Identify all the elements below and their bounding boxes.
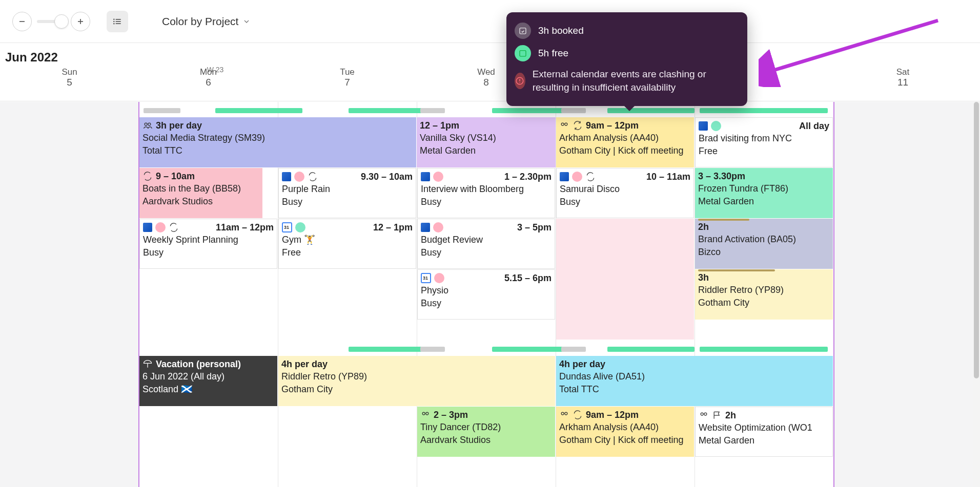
svg-point-10 <box>148 123 151 125</box>
svg-point-15 <box>426 412 428 415</box>
color-by-dropdown[interactable]: Color by Project <box>162 15 251 28</box>
event-riddler-retro-fri[interactable]: 3h Riddler Retro (YP89) Gotham City <box>695 269 833 320</box>
event-social-media-strategy[interactable]: 3h per day Social Media Strategy (SM39) … <box>139 117 416 167</box>
zoom-out-button[interactable] <box>12 12 32 31</box>
svg-point-7 <box>113 20 115 22</box>
svg-point-17 <box>565 412 567 415</box>
event-website-optimization[interactable]: 2h Website Optimization (WO1 Metal Garde… <box>695 407 833 457</box>
plus-icon <box>75 16 86 27</box>
day-header-tue[interactable]: Tue7 <box>278 66 417 101</box>
day-header-sun[interactable]: Sun5 <box>0 66 139 101</box>
annotation-arrow <box>759 15 943 87</box>
svg-point-6 <box>113 18 115 20</box>
google-calendar-icon <box>282 222 292 232</box>
status-dot-free <box>711 121 721 131</box>
event-brand-activation[interactable]: 2h Brand Activation (BA05) Bizco <box>695 219 833 269</box>
svg-point-16 <box>561 412 564 415</box>
month-label: Jun 2022 <box>5 50 58 65</box>
status-dot-busy <box>434 273 444 283</box>
repeat-icon <box>308 172 318 182</box>
status-dot-busy <box>572 172 582 182</box>
svg-rect-21 <box>520 51 526 56</box>
event-arkham-analysis-2[interactable]: 9am – 12pm Arkham Analysis (AA40) Gotham… <box>556 407 694 457</box>
event-vanilla-sky[interactable]: 12 – 1pm Vanilla Sky (VS14) Metal Garden <box>417 117 556 167</box>
svg-rect-20 <box>520 28 526 34</box>
svg-point-19 <box>704 413 707 415</box>
status-dot-busy <box>294 172 304 182</box>
svg-line-25 <box>769 20 938 72</box>
people-icon <box>142 120 153 131</box>
event-riddler-retro-week[interactable]: 4h per day Riddler Retro (YP89) Gotham C… <box>278 356 555 406</box>
repeat-icon <box>573 120 583 131</box>
outlook-icon <box>560 172 569 181</box>
event-tiny-dancer[interactable]: 2 – 3pm Tiny Dancer (TD82) Aardvark Stud… <box>417 407 555 457</box>
event-arkham-analysis[interactable]: 9am – 12pm Arkham Analysis (AA40) Gotham… <box>556 117 694 167</box>
event-purple-rain[interactable]: 9.30 – 10am Purple Rain Busy <box>278 168 416 218</box>
calendar-grid[interactable]: 3h per day Social Media Strategy (SM39) … <box>0 102 980 487</box>
repeat-icon <box>142 171 153 181</box>
svg-point-12 <box>565 123 567 125</box>
scrollbar-thumb[interactable] <box>974 102 979 378</box>
event-samurai-disco[interactable]: 10 – 11am Samurai Disco Busy <box>556 168 694 218</box>
svg-point-14 <box>422 412 425 415</box>
week-line-right <box>833 102 834 487</box>
repeat-icon <box>585 172 596 182</box>
svg-point-9 <box>145 123 147 125</box>
outlook-icon <box>699 121 708 131</box>
vertical-scrollbar[interactable] <box>973 102 980 487</box>
event-frozen-tundra[interactable]: 3 – 3.30pm Frozen Tundra (FT86) Metal Ga… <box>695 168 833 218</box>
outlook-icon <box>421 172 430 181</box>
list-view-toggle[interactable] <box>107 11 128 32</box>
minus-icon <box>17 16 27 27</box>
zoom-slider-knob[interactable] <box>54 14 69 29</box>
avail-bar <box>144 108 180 113</box>
event-boats-in-bay[interactable]: 9 – 10am Boats in the Bay (BB58) Aardvar… <box>139 168 262 218</box>
tooltip-warning: External calendar events are clashing or… <box>533 68 739 94</box>
warning-icon <box>515 73 525 89</box>
zoom-slider[interactable] <box>37 20 66 23</box>
status-dot-busy <box>155 222 166 232</box>
outlook-icon <box>421 223 430 232</box>
day-header-mon[interactable]: Mon6 <box>139 66 278 101</box>
people-icon <box>699 410 709 420</box>
svg-point-18 <box>701 413 703 415</box>
svg-point-24 <box>520 82 521 83</box>
event-physio[interactable]: 5.15 – 6pm Physio Busy <box>417 269 555 320</box>
outlook-icon <box>282 172 291 181</box>
people-icon <box>559 410 569 420</box>
event-bloomberg[interactable]: 1 – 2.30pm Interview with Bloomberg Busy <box>417 168 555 218</box>
repeat-icon <box>573 410 583 420</box>
availability-tooltip: 3h booked 5h free External calendar even… <box>506 12 747 106</box>
status-dot-busy <box>433 222 443 232</box>
event-dundas-alive[interactable]: 4h per day Dundas Alive (DA51) Total TTC <box>556 356 833 406</box>
zoom-in-button[interactable] <box>71 12 90 31</box>
tooltip-booked: 3h booked <box>538 24 584 37</box>
people-icon <box>420 410 431 420</box>
event-brad-visiting[interactable]: All day Brad visiting from NYC Free <box>695 117 833 167</box>
event-vacation[interactable]: Vacation (personal) 6 Jun 2022 (All day)… <box>139 356 277 406</box>
event-thu-block[interactable] <box>556 219 694 340</box>
calendar-check-icon <box>515 23 531 39</box>
chevron-down-icon <box>242 17 251 26</box>
people-icon <box>559 120 569 131</box>
repeat-icon <box>169 222 179 232</box>
flag-icon <box>712 410 722 420</box>
tooltip-free: 5h free <box>538 47 568 60</box>
list-icon <box>112 16 122 27</box>
event-weekly-sprint[interactable]: 11am – 12pm Weekly Sprint Planning Busy <box>139 219 277 269</box>
svg-point-11 <box>561 123 564 125</box>
color-by-label: Color by Project <box>162 15 238 28</box>
status-dot-busy <box>433 172 443 182</box>
event-budget-review[interactable]: 3 – 5pm Budget Review Busy <box>417 219 555 269</box>
outlook-icon <box>143 223 152 232</box>
event-gym[interactable]: 12 – 1pm Gym 🏋️ Free <box>278 219 416 269</box>
svg-point-8 <box>113 23 115 24</box>
zoom-controls <box>12 12 90 31</box>
calendar-free-icon <box>515 45 531 61</box>
google-calendar-icon <box>421 273 431 283</box>
status-dot-free <box>295 222 305 232</box>
umbrella-icon <box>142 359 153 369</box>
